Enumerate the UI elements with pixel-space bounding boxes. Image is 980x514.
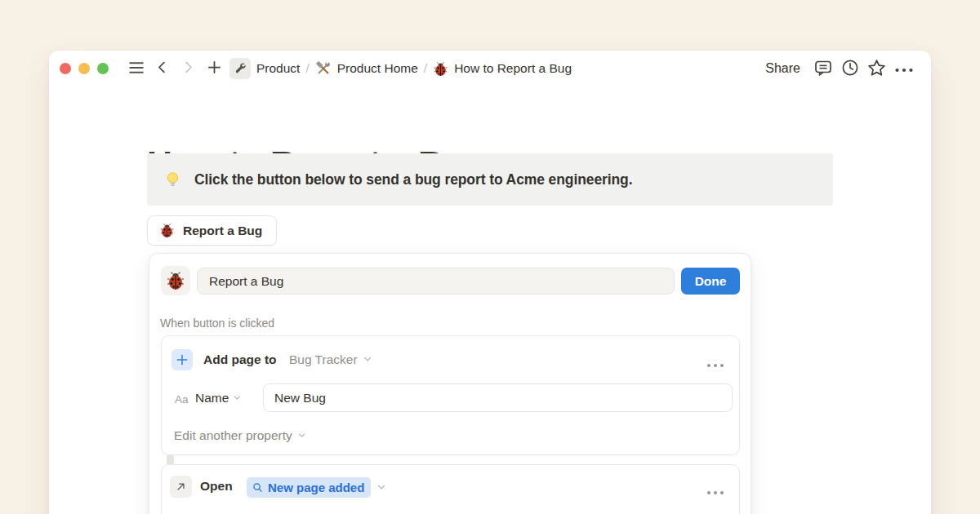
breadcrumb-item-current-page[interactable]: How to Report a Bug bbox=[433, 61, 572, 77]
button-config-popover: Done When button is clicked Add page to … bbox=[149, 253, 751, 514]
callout-text: Click the button below to send a bug rep… bbox=[194, 171, 632, 188]
breadcrumb-separator: / bbox=[424, 61, 427, 76]
open-target-group: New page added bbox=[247, 477, 386, 498]
chevron-down-icon bbox=[376, 481, 386, 495]
property-select-value: Name bbox=[195, 391, 229, 405]
search-icon bbox=[252, 481, 264, 494]
updates-button[interactable] bbox=[839, 58, 861, 80]
window-topbar: Product / Product Home / bbox=[49, 51, 931, 86]
chevron-down-icon bbox=[233, 391, 242, 405]
favorite-button[interactable] bbox=[866, 58, 888, 80]
desktop-background: Product / Product Home / bbox=[0, 0, 980, 514]
step-options-button[interactable] bbox=[703, 355, 728, 374]
report-bug-button-label: Report a Bug bbox=[183, 224, 262, 238]
step-action-label: Add page to bbox=[203, 352, 277, 367]
comment-icon bbox=[813, 58, 833, 80]
back-button[interactable] bbox=[151, 58, 173, 80]
step-card-open-page: Open New page added bbox=[161, 464, 740, 514]
database-select[interactable]: Bug Tracker bbox=[289, 352, 372, 367]
share-button[interactable]: Share bbox=[759, 58, 807, 79]
report-bug-button[interactable]: Report a Bug bbox=[147, 215, 277, 246]
lightbulb-icon bbox=[163, 171, 182, 189]
property-select[interactable]: Name bbox=[195, 391, 242, 405]
chevron-right-icon bbox=[180, 60, 196, 78]
close-window-button[interactable] bbox=[60, 63, 71, 74]
open-target-label: New page added bbox=[268, 481, 364, 494]
button-icon-picker[interactable] bbox=[161, 266, 190, 295]
step-connector bbox=[167, 455, 174, 464]
edit-another-property-label: Edit another property bbox=[174, 428, 292, 443]
step-action-label: Open bbox=[200, 479, 233, 494]
clock-icon bbox=[840, 58, 860, 80]
sidebar-toggle-button[interactable] bbox=[125, 58, 147, 80]
breadcrumb: Product / Product Home / bbox=[229, 58, 572, 79]
add-plus-icon bbox=[172, 349, 193, 370]
property-value-input[interactable] bbox=[263, 383, 733, 412]
step-card-add-page: Add page to Bug Tracker Aa Name bbox=[161, 335, 740, 455]
minimize-window-button[interactable] bbox=[78, 63, 90, 74]
arrow-up-right-icon bbox=[170, 476, 192, 498]
button-name-input[interactable] bbox=[197, 268, 675, 295]
edit-another-property-button[interactable]: Edit another property bbox=[174, 428, 306, 443]
ladybug-icon bbox=[166, 271, 185, 290]
star-icon bbox=[866, 58, 887, 81]
database-select-value: Bug Tracker bbox=[289, 352, 358, 367]
breadcrumb-item-product[interactable]: Product bbox=[229, 58, 300, 79]
hammer-wrench-icon bbox=[315, 60, 332, 77]
more-options-button[interactable] bbox=[893, 58, 915, 80]
ellipsis-icon bbox=[706, 358, 724, 370]
trigger-label: When button is clicked bbox=[160, 317, 274, 330]
topbar-actions: Share bbox=[759, 58, 915, 80]
ellipsis-icon bbox=[706, 485, 724, 498]
callout-block: Click the button below to send a bug rep… bbox=[147, 153, 833, 206]
chevron-left-icon bbox=[154, 60, 170, 78]
open-target-pill[interactable]: New page added bbox=[247, 477, 371, 498]
ladybug-icon bbox=[159, 223, 175, 238]
text-property-icon: Aa bbox=[175, 393, 189, 405]
done-button[interactable]: Done bbox=[681, 268, 740, 295]
zoom-window-button[interactable] bbox=[97, 63, 109, 74]
comments-button[interactable] bbox=[812, 58, 834, 80]
hamburger-icon bbox=[127, 58, 146, 80]
ellipsis-icon bbox=[894, 63, 914, 75]
window-controls bbox=[60, 63, 109, 74]
wrench-icon bbox=[229, 58, 251, 79]
chevron-down-icon bbox=[363, 352, 372, 367]
breadcrumb-separator: / bbox=[305, 61, 309, 76]
plus-icon bbox=[206, 59, 223, 78]
app-window: Product / Product Home / bbox=[49, 51, 931, 514]
breadcrumb-label: Product bbox=[256, 61, 300, 76]
new-page-button[interactable] bbox=[203, 58, 225, 80]
forward-button[interactable] bbox=[177, 58, 199, 80]
ladybug-icon bbox=[433, 61, 448, 77]
breadcrumb-item-product-home[interactable]: Product Home bbox=[315, 60, 418, 77]
breadcrumb-label: How to Report a Bug bbox=[454, 61, 572, 76]
chevron-down-icon bbox=[297, 428, 306, 443]
breadcrumb-label: Product Home bbox=[337, 61, 418, 76]
step-options-button[interactable] bbox=[703, 482, 728, 501]
